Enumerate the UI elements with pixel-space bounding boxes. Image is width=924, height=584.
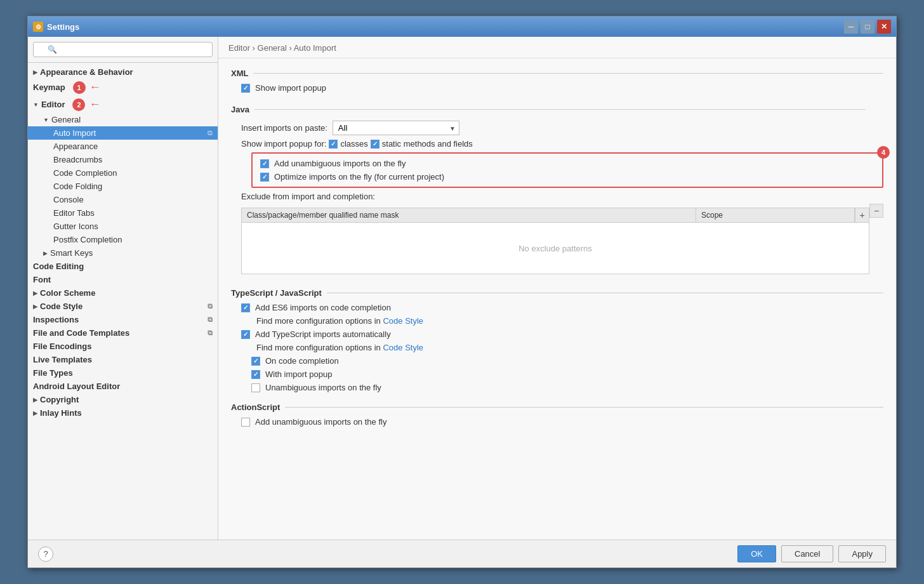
annotation-arrow-2: ← xyxy=(89,98,100,111)
insert-imports-select[interactable]: All Ask None xyxy=(333,121,459,135)
search-box: 🔍 xyxy=(28,37,218,63)
apply-button[interactable]: Apply xyxy=(838,545,886,562)
optimize-imports-row: ✓ Optimize imports on the fly (for curre… xyxy=(260,172,874,182)
breadcrumb-auto-import: Auto Import xyxy=(294,43,336,53)
actionscript-add-unambiguous-checkbox[interactable] xyxy=(241,418,250,427)
table-header: Class/package/member qualified name mask… xyxy=(242,208,869,223)
sidebar-item-auto-import[interactable]: Auto Import ⧉ xyxy=(28,126,218,140)
sidebar-item-code-folding[interactable]: Code Folding xyxy=(28,180,218,193)
sidebar-item-appearance[interactable]: Appearance xyxy=(28,140,218,153)
with-import-popup-checkbox[interactable]: ✓ xyxy=(251,370,260,379)
sidebar-item-color-scheme[interactable]: ▶ Color Scheme xyxy=(28,286,218,300)
add-es6-row: ✓ Add ES6 imports on code completion xyxy=(241,303,883,312)
show-import-popup-checkbox[interactable]: ✓ xyxy=(241,84,250,93)
main-content: 🔍 ▶ Appearance & Behavior Keymap 1 ← xyxy=(28,37,896,540)
table-body: No exclude patterns xyxy=(242,223,869,274)
sidebar-item-inlay-hints[interactable]: ▶ Inlay Hints xyxy=(28,406,218,420)
ok-button[interactable]: OK xyxy=(737,545,776,562)
actionscript-add-unambiguous-row: Add unambiguous imports on the fly xyxy=(241,417,883,427)
search-input[interactable] xyxy=(33,42,213,57)
sidebar-item-label: Code Style xyxy=(40,302,82,311)
sidebar-item-console[interactable]: Console xyxy=(28,193,218,206)
sidebar-item-gutter-icons[interactable]: Gutter Icons xyxy=(28,220,218,233)
app-icon: ⚙ xyxy=(33,22,43,32)
minimize-button[interactable]: ─ xyxy=(844,20,858,34)
copy-icon: ⧉ xyxy=(208,129,213,137)
static-methods-checkbox[interactable]: ✓ xyxy=(371,140,380,149)
sidebar-item-live-templates[interactable]: Live Templates xyxy=(28,353,218,366)
unambiguous-imports-checkbox[interactable] xyxy=(251,383,260,392)
sidebar-item-copyright[interactable]: ▶ Copyright xyxy=(28,393,218,406)
sidebar-item-file-types[interactable]: File Types xyxy=(28,366,218,380)
divider xyxy=(253,73,883,74)
java-section: Java 3 Insert imports on paste: All Ask xyxy=(231,103,883,278)
arrow-icon: ▼ xyxy=(43,117,49,123)
sidebar-item-label: Font xyxy=(33,275,51,284)
with-import-popup-row: ✓ With import popup xyxy=(251,369,883,379)
static-methods-label: static methods and fields xyxy=(382,139,473,149)
divider xyxy=(254,109,866,110)
exclude-table-wrapper: Class/package/member qualified name mask… xyxy=(241,204,883,278)
sidebar-item-label: Auto Import xyxy=(53,128,96,138)
java-section-title: Java 3 xyxy=(231,103,883,116)
table-remove-button[interactable]: − xyxy=(869,204,883,218)
sidebar-item-inspections[interactable]: Inspections ⧉ xyxy=(28,313,218,326)
cancel-button[interactable]: Cancel xyxy=(781,545,833,562)
sidebar-item-code-editing[interactable]: Code Editing xyxy=(28,260,218,273)
add-es6-label: Add ES6 imports on code completion xyxy=(255,303,391,312)
sidebar-item-label: Code Folding xyxy=(53,182,102,191)
insert-imports-row: Insert imports on paste: All Ask None ▼ xyxy=(241,121,883,135)
table-col-name: Class/package/member qualified name mask xyxy=(242,208,696,222)
settings-window: ⚙ Settings ─ □ ✕ 🔍 ▶ Appearance & Behavi… xyxy=(27,16,897,568)
sidebar-item-label: General xyxy=(51,115,81,124)
arrow-icon: ▶ xyxy=(33,290,37,296)
sidebar-item-android-layout-editor[interactable]: Android Layout Editor xyxy=(28,380,218,393)
divider xyxy=(327,293,883,293)
code-style-link-1[interactable]: Code Style xyxy=(383,316,423,326)
add-unambiguous-checkbox[interactable]: ✓ xyxy=(260,159,269,168)
sidebar-item-label: Code Completion xyxy=(53,168,117,178)
add-typescript-checkbox[interactable]: ✓ xyxy=(241,330,250,339)
sidebar-item-smart-keys[interactable]: ▶ Smart Keys xyxy=(28,246,218,260)
table-side-buttons: − xyxy=(869,204,883,278)
sidebar-item-file-encodings[interactable]: File Encodings xyxy=(28,340,218,353)
add-es6-checkbox[interactable]: ✓ xyxy=(241,303,250,312)
sidebar-item-keymap[interactable]: Keymap 1 ← xyxy=(28,79,218,96)
sidebar-item-editor[interactable]: ▼ Editor 2 ← xyxy=(28,96,218,113)
sidebar-item-font[interactable]: Font xyxy=(28,273,218,286)
close-button[interactable]: ✕ xyxy=(877,20,891,34)
breadcrumb: Editor › General › Auto Import xyxy=(218,37,896,58)
table-col-scope: Scope xyxy=(696,208,855,222)
sidebar-item-label: Live Templates xyxy=(33,355,92,364)
table-add-button[interactable]: + xyxy=(855,208,869,222)
sidebar-item-postfix-completion[interactable]: Postfix Completion xyxy=(28,233,218,246)
code-style-link-2[interactable]: Code Style xyxy=(383,343,423,352)
divider xyxy=(285,407,883,408)
sidebar-item-label: Inlay Hints xyxy=(40,408,82,418)
sidebar-item-breadcrumbs[interactable]: Breadcrumbs xyxy=(28,153,218,166)
on-code-completion-label: On code completion xyxy=(265,356,339,366)
sidebar-item-file-and-code-templates[interactable]: File and Code Templates ⧉ xyxy=(28,326,218,340)
sidebar-item-general[interactable]: ▼ General xyxy=(28,113,218,126)
titlebar: ⚙ Settings ─ □ ✕ xyxy=(28,17,896,37)
sidebar-item-label: Postfix Completion xyxy=(53,235,122,244)
sidebar-item-label: Appearance xyxy=(53,142,98,151)
add-typescript-row: ✓ Add TypeScript imports automatically xyxy=(241,329,883,339)
help-button[interactable]: ? xyxy=(38,547,53,562)
no-data-text: No exclude patterns xyxy=(242,223,869,274)
maximize-button[interactable]: □ xyxy=(861,20,874,34)
sidebar-item-code-style[interactable]: ▶ Code Style ⧉ xyxy=(28,300,218,313)
sidebar-item-code-completion[interactable]: Code Completion xyxy=(28,166,218,180)
show-import-popup-label: Show import popup xyxy=(255,83,326,93)
breadcrumb-sep2: › xyxy=(289,43,293,53)
classes-checkbox[interactable]: ✓ xyxy=(329,140,338,149)
arrow-icon: ▶ xyxy=(33,410,37,416)
arrow-icon: ▶ xyxy=(33,397,37,403)
on-code-completion-checkbox[interactable]: ✓ xyxy=(251,357,260,366)
copy-icon: ⧉ xyxy=(208,302,213,310)
optimize-imports-checkbox[interactable]: ✓ xyxy=(260,173,269,182)
find-more-1-row: Find more configuration options in Code … xyxy=(256,316,883,326)
sidebar-item-appearance-behavior[interactable]: ▶ Appearance & Behavior xyxy=(28,65,218,79)
sidebar-item-editor-tabs[interactable]: Editor Tabs xyxy=(28,206,218,220)
sidebar-item-label: Editor xyxy=(41,100,65,109)
